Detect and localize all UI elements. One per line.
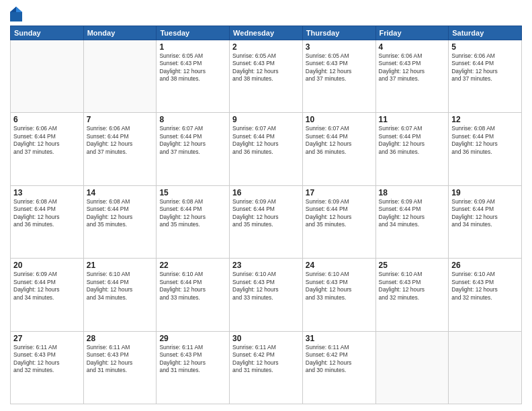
day-info: Sunrise: 6:08 AM Sunset: 6:44 PM Dayligh… <box>451 125 519 156</box>
day-info: Sunrise: 6:10 AM Sunset: 6:44 PM Dayligh… <box>87 271 154 302</box>
calendar-cell: 21Sunrise: 6:10 AM Sunset: 6:44 PM Dayli… <box>83 259 157 331</box>
day-info: Sunrise: 6:07 AM Sunset: 6:44 PM Dayligh… <box>159 125 226 156</box>
day-number: 8 <box>159 115 226 124</box>
logo <box>10 7 24 21</box>
calendar-cell: 27Sunrise: 6:11 AM Sunset: 6:43 PM Dayli… <box>11 331 84 404</box>
day-number: 31 <box>306 334 373 343</box>
day-number: 7 <box>87 115 154 124</box>
day-number: 5 <box>451 42 519 52</box>
calendar-cell <box>83 40 157 113</box>
calendar-cell: 26Sunrise: 6:10 AM Sunset: 6:43 PM Dayli… <box>449 259 522 331</box>
day-number: 2 <box>232 42 300 52</box>
day-number: 11 <box>379 115 446 124</box>
calendar-cell: 29Sunrise: 6:11 AM Sunset: 6:43 PM Dayli… <box>157 331 230 404</box>
calendar-week-row: 27Sunrise: 6:11 AM Sunset: 6:43 PM Dayli… <box>11 331 522 404</box>
day-info: Sunrise: 6:05 AM Sunset: 6:43 PM Dayligh… <box>306 52 373 83</box>
day-number: 12 <box>451 115 519 124</box>
calendar-header-saturday: Saturday <box>449 26 522 40</box>
calendar-cell <box>449 331 522 404</box>
calendar-cell: 22Sunrise: 6:10 AM Sunset: 6:44 PM Dayli… <box>157 259 230 331</box>
calendar-cell: 1Sunrise: 6:05 AM Sunset: 6:43 PM Daylig… <box>157 40 230 113</box>
day-number: 15 <box>159 188 226 197</box>
day-info: Sunrise: 6:08 AM Sunset: 6:44 PM Dayligh… <box>13 198 81 229</box>
day-number: 17 <box>306 188 373 197</box>
day-number: 14 <box>87 188 154 197</box>
calendar-cell: 25Sunrise: 6:10 AM Sunset: 6:43 PM Dayli… <box>375 259 449 331</box>
day-info: Sunrise: 6:09 AM Sunset: 6:44 PM Dayligh… <box>379 198 446 229</box>
calendar-cell: 6Sunrise: 6:06 AM Sunset: 6:44 PM Daylig… <box>11 113 84 185</box>
day-info: Sunrise: 6:06 AM Sunset: 6:43 PM Dayligh… <box>379 52 446 83</box>
day-number: 10 <box>306 115 373 124</box>
day-info: Sunrise: 6:11 AM Sunset: 6:42 PM Dayligh… <box>232 344 300 375</box>
calendar-week-row: 6Sunrise: 6:06 AM Sunset: 6:44 PM Daylig… <box>11 113 522 185</box>
day-number: 23 <box>232 261 300 270</box>
day-info: Sunrise: 6:11 AM Sunset: 6:42 PM Dayligh… <box>306 344 373 375</box>
day-number: 4 <box>379 42 446 52</box>
page: SundayMondayTuesdayWednesdayThursdayFrid… <box>0 0 532 411</box>
calendar-week-row: 20Sunrise: 6:09 AM Sunset: 6:44 PM Dayli… <box>11 259 522 331</box>
calendar-week-row: 13Sunrise: 6:08 AM Sunset: 6:44 PM Dayli… <box>11 185 522 258</box>
day-number: 25 <box>379 261 446 270</box>
day-number: 26 <box>451 261 519 270</box>
svg-marker-1 <box>16 7 22 12</box>
day-number: 19 <box>451 188 519 197</box>
calendar-cell: 15Sunrise: 6:08 AM Sunset: 6:44 PM Dayli… <box>157 185 230 258</box>
day-number: 18 <box>379 188 446 197</box>
calendar-cell: 28Sunrise: 6:11 AM Sunset: 6:43 PM Dayli… <box>83 331 157 404</box>
svg-marker-2 <box>10 7 16 12</box>
calendar-cell: 8Sunrise: 6:07 AM Sunset: 6:44 PM Daylig… <box>157 113 230 185</box>
calendar-cell: 9Sunrise: 6:07 AM Sunset: 6:44 PM Daylig… <box>230 113 303 185</box>
day-info: Sunrise: 6:08 AM Sunset: 6:44 PM Dayligh… <box>87 198 154 229</box>
calendar-cell: 14Sunrise: 6:08 AM Sunset: 6:44 PM Dayli… <box>83 185 157 258</box>
calendar-cell: 19Sunrise: 6:09 AM Sunset: 6:44 PM Dayli… <box>449 185 522 258</box>
day-info: Sunrise: 6:08 AM Sunset: 6:44 PM Dayligh… <box>159 198 226 229</box>
calendar-cell: 7Sunrise: 6:06 AM Sunset: 6:44 PM Daylig… <box>83 113 157 185</box>
calendar-cell: 12Sunrise: 6:08 AM Sunset: 6:44 PM Dayli… <box>449 113 522 185</box>
day-info: Sunrise: 6:09 AM Sunset: 6:44 PM Dayligh… <box>232 198 300 229</box>
day-number: 3 <box>306 42 373 52</box>
day-number: 21 <box>87 261 154 270</box>
calendar-cell: 16Sunrise: 6:09 AM Sunset: 6:44 PM Dayli… <box>230 185 303 258</box>
calendar-cell: 20Sunrise: 6:09 AM Sunset: 6:44 PM Dayli… <box>11 259 84 331</box>
calendar-header-friday: Friday <box>375 26 449 40</box>
day-number: 28 <box>87 334 154 343</box>
day-info: Sunrise: 6:10 AM Sunset: 6:43 PM Dayligh… <box>379 271 446 302</box>
calendar-header-tuesday: Tuesday <box>157 26 230 40</box>
day-number: 9 <box>232 115 300 124</box>
day-number: 20 <box>13 261 81 270</box>
day-info: Sunrise: 6:09 AM Sunset: 6:44 PM Dayligh… <box>306 198 373 229</box>
calendar-cell: 11Sunrise: 6:07 AM Sunset: 6:44 PM Dayli… <box>375 113 449 185</box>
day-number: 29 <box>159 334 226 343</box>
day-number: 6 <box>13 115 81 124</box>
calendar-cell <box>11 40 84 113</box>
calendar-header-monday: Monday <box>83 26 157 40</box>
day-info: Sunrise: 6:06 AM Sunset: 6:44 PM Dayligh… <box>13 125 81 156</box>
calendar-cell: 4Sunrise: 6:06 AM Sunset: 6:43 PM Daylig… <box>375 40 449 113</box>
logo-icon <box>10 7 22 21</box>
day-info: Sunrise: 6:11 AM Sunset: 6:43 PM Dayligh… <box>13 344 81 375</box>
calendar-cell: 17Sunrise: 6:09 AM Sunset: 6:44 PM Dayli… <box>302 185 375 258</box>
day-info: Sunrise: 6:05 AM Sunset: 6:43 PM Dayligh… <box>232 52 300 83</box>
day-info: Sunrise: 6:06 AM Sunset: 6:44 PM Dayligh… <box>87 125 154 156</box>
calendar-cell: 18Sunrise: 6:09 AM Sunset: 6:44 PM Dayli… <box>375 185 449 258</box>
day-number: 13 <box>13 188 81 197</box>
day-number: 22 <box>159 261 226 270</box>
calendar-header-thursday: Thursday <box>302 26 375 40</box>
calendar-cell: 3Sunrise: 6:05 AM Sunset: 6:43 PM Daylig… <box>302 40 375 113</box>
calendar-week-row: 1Sunrise: 6:05 AM Sunset: 6:43 PM Daylig… <box>11 40 522 113</box>
calendar-header-row: SundayMondayTuesdayWednesdayThursdayFrid… <box>11 26 522 40</box>
day-info: Sunrise: 6:06 AM Sunset: 6:44 PM Dayligh… <box>451 52 519 83</box>
day-info: Sunrise: 6:07 AM Sunset: 6:44 PM Dayligh… <box>232 125 300 156</box>
header <box>10 7 522 21</box>
day-info: Sunrise: 6:10 AM Sunset: 6:43 PM Dayligh… <box>232 271 300 302</box>
day-info: Sunrise: 6:05 AM Sunset: 6:43 PM Dayligh… <box>159 52 226 83</box>
day-number: 27 <box>13 334 81 343</box>
day-info: Sunrise: 6:09 AM Sunset: 6:44 PM Dayligh… <box>451 198 519 229</box>
calendar-cell <box>375 331 449 404</box>
calendar-cell: 24Sunrise: 6:10 AM Sunset: 6:43 PM Dayli… <box>302 259 375 331</box>
calendar-header-wednesday: Wednesday <box>230 26 303 40</box>
day-info: Sunrise: 6:10 AM Sunset: 6:43 PM Dayligh… <box>306 271 373 302</box>
calendar-cell: 5Sunrise: 6:06 AM Sunset: 6:44 PM Daylig… <box>449 40 522 113</box>
day-number: 30 <box>232 334 300 343</box>
calendar-cell: 10Sunrise: 6:07 AM Sunset: 6:44 PM Dayli… <box>302 113 375 185</box>
